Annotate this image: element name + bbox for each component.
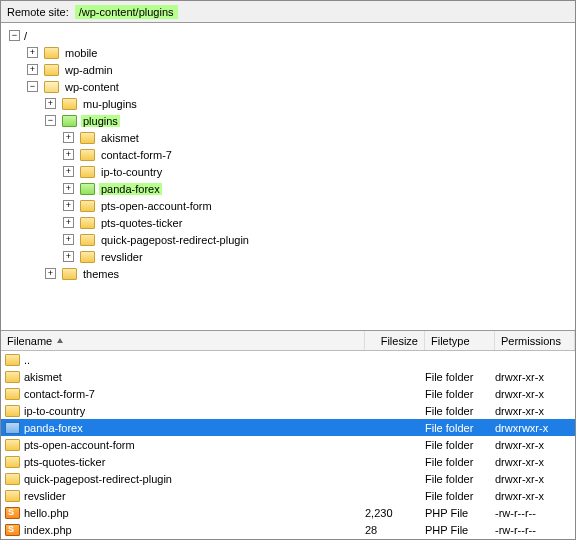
collapse-icon[interactable]	[27, 81, 38, 92]
file-row[interactable]: hello.php2,230PHP File-rw-r--r--	[1, 504, 575, 521]
file-name: revslider	[24, 490, 365, 502]
tree-label: quick-pagepost-redirect-plugin	[99, 234, 251, 246]
expand-icon[interactable]	[63, 200, 74, 211]
folder-icon	[62, 98, 77, 110]
php-file-icon	[5, 507, 20, 519]
folder-icon	[5, 490, 20, 502]
folder-icon	[80, 251, 95, 263]
expand-icon[interactable]	[63, 251, 74, 262]
expand-icon[interactable]	[63, 166, 74, 177]
tree-node-themes[interactable]: themes	[1, 265, 575, 282]
expand-icon[interactable]	[27, 47, 38, 58]
file-permissions: -rw-r--r--	[495, 524, 575, 536]
expand-icon[interactable]	[63, 183, 74, 194]
file-row[interactable]: ip-to-countryFile folderdrwxr-xr-x	[1, 402, 575, 419]
expand-icon[interactable]	[45, 98, 56, 109]
folder-icon	[44, 47, 59, 59]
expand-icon[interactable]	[27, 64, 38, 75]
tree-label: themes	[81, 268, 121, 280]
tree-node-pts-quotes-ticker[interactable]: pts-quotes-ticker	[1, 214, 575, 231]
file-row[interactable]: contact-form-7File folderdrwxr-xr-x	[1, 385, 575, 402]
file-grid-header: Filename Filesize Filetype Permissions	[1, 331, 575, 351]
file-row[interactable]: index.php28PHP File-rw-r--r--	[1, 521, 575, 536]
folder-icon	[44, 64, 59, 76]
tree-node-quick-pagepost-redirect-plugin[interactable]: quick-pagepost-redirect-plugin	[1, 231, 575, 248]
collapse-icon[interactable]	[45, 115, 56, 126]
file-name: akismet	[24, 371, 365, 383]
expand-icon[interactable]	[63, 217, 74, 228]
folder-icon	[80, 149, 95, 161]
file-row[interactable]: pts-quotes-tickerFile folderdrwxr-xr-x	[1, 453, 575, 470]
file-type: PHP File	[425, 507, 495, 519]
tree-node-ip-to-country[interactable]: ip-to-country	[1, 163, 575, 180]
file-permissions: -rw-r--r--	[495, 507, 575, 519]
file-name: quick-pagepost-redirect-plugin	[24, 473, 365, 485]
expand-icon[interactable]	[63, 132, 74, 143]
tree-node-akismet[interactable]: akismet	[1, 129, 575, 146]
folder-icon	[62, 115, 77, 127]
file-type: File folder	[425, 422, 495, 434]
file-row[interactable]: revsliderFile folderdrwxr-xr-x	[1, 487, 575, 504]
file-row[interactable]: pts-open-account-formFile folderdrwxr-xr…	[1, 436, 575, 453]
tree-node-wp-admin[interactable]: wp-admin	[1, 61, 575, 78]
folder-icon	[5, 405, 20, 417]
file-type: File folder	[425, 388, 495, 400]
tree-node-pts-open-account-form[interactable]: pts-open-account-form	[1, 197, 575, 214]
remote-tree[interactable]: /mobilewp-adminwp-contentmu-pluginsplugi…	[1, 23, 575, 331]
tree-label: pts-quotes-ticker	[99, 217, 184, 229]
tree-node-mobile[interactable]: mobile	[1, 44, 575, 61]
tree-node-plugins[interactable]: plugins	[1, 112, 575, 129]
file-name: hello.php	[24, 507, 365, 519]
file-name: index.php	[24, 524, 365, 536]
folder-icon	[80, 183, 95, 195]
address-path[interactable]: /wp-content/plugins	[75, 5, 178, 19]
folder-icon	[44, 81, 59, 93]
tree-label: /	[22, 30, 29, 42]
tree-label: revslider	[99, 251, 145, 263]
expand-icon[interactable]	[63, 149, 74, 160]
folder-icon	[80, 234, 95, 246]
sort-asc-icon	[56, 337, 64, 345]
tree-label: plugins	[81, 115, 120, 127]
tree-node-/[interactable]: /	[1, 27, 575, 44]
tree-label: wp-admin	[63, 64, 115, 76]
file-row[interactable]: quick-pagepost-redirect-pluginFile folde…	[1, 470, 575, 487]
file-type: File folder	[425, 473, 495, 485]
folder-icon	[80, 132, 95, 144]
column-permissions[interactable]: Permissions	[495, 331, 575, 350]
column-filename[interactable]: Filename	[1, 331, 365, 350]
tree-node-revslider[interactable]: revslider	[1, 248, 575, 265]
expand-icon[interactable]	[45, 268, 56, 279]
file-name: contact-form-7	[24, 388, 365, 400]
file-name: pts-quotes-ticker	[24, 456, 365, 468]
column-filetype[interactable]: Filetype	[425, 331, 495, 350]
expand-icon[interactable]	[63, 234, 74, 245]
tree-node-mu-plugins[interactable]: mu-plugins	[1, 95, 575, 112]
folder-icon	[5, 388, 20, 400]
file-row[interactable]: akismetFile folderdrwxr-xr-x	[1, 368, 575, 385]
file-name: ip-to-country	[24, 405, 365, 417]
file-permissions: drwxr-xr-x	[495, 490, 575, 502]
file-permissions: drwxr-xr-x	[495, 405, 575, 417]
file-type: File folder	[425, 439, 495, 451]
file-grid[interactable]: ..akismetFile folderdrwxr-xr-xcontact-fo…	[1, 351, 575, 536]
tree-node-wp-content[interactable]: wp-content	[1, 78, 575, 95]
tree-node-panda-forex[interactable]: panda-forex	[1, 180, 575, 197]
column-filesize[interactable]: Filesize	[365, 331, 425, 350]
folder-icon	[5, 371, 20, 383]
collapse-icon[interactable]	[9, 30, 20, 41]
tree-node-contact-form-7[interactable]: contact-form-7	[1, 146, 575, 163]
file-permissions: drwxr-xr-x	[495, 388, 575, 400]
file-permissions: drwxrwxr-x	[495, 422, 575, 434]
tree-label: mobile	[63, 47, 99, 59]
tree-label: ip-to-country	[99, 166, 164, 178]
tree-label: contact-form-7	[99, 149, 174, 161]
folder-icon	[80, 217, 95, 229]
file-row[interactable]: panda-forexFile folderdrwxrwxr-x	[1, 419, 575, 436]
file-permissions: drwxr-xr-x	[495, 456, 575, 468]
file-name: pts-open-account-form	[24, 439, 365, 451]
file-row[interactable]: ..	[1, 351, 575, 368]
file-size: 2,230	[365, 507, 425, 519]
file-permissions: drwxr-xr-x	[495, 439, 575, 451]
file-type: PHP File	[425, 524, 495, 536]
